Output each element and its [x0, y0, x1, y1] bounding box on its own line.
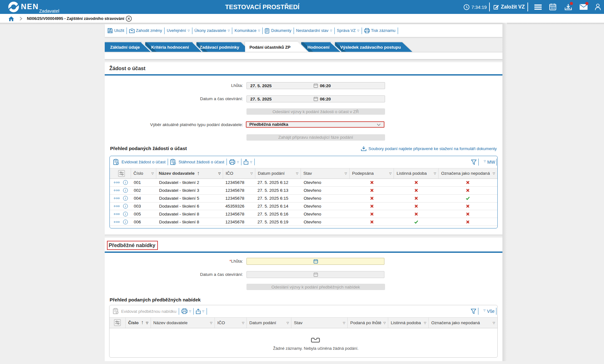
svg-text:Hodnocení: Hodnocení	[308, 45, 330, 50]
svg-text:Podání účastníků ZP: Podání účastníků ZP	[249, 45, 290, 50]
svg-text:Zadávací podmínky: Zadávací podmínky	[200, 45, 240, 50]
svg-text:Kritéria hodnocení: Kritéria hodnocení	[151, 45, 190, 50]
svg-text:Základní údaje: Základní údaje	[110, 45, 140, 50]
svg-text:Výsledek zadávacího postupu: Výsledek zadávacího postupu	[340, 45, 401, 50]
